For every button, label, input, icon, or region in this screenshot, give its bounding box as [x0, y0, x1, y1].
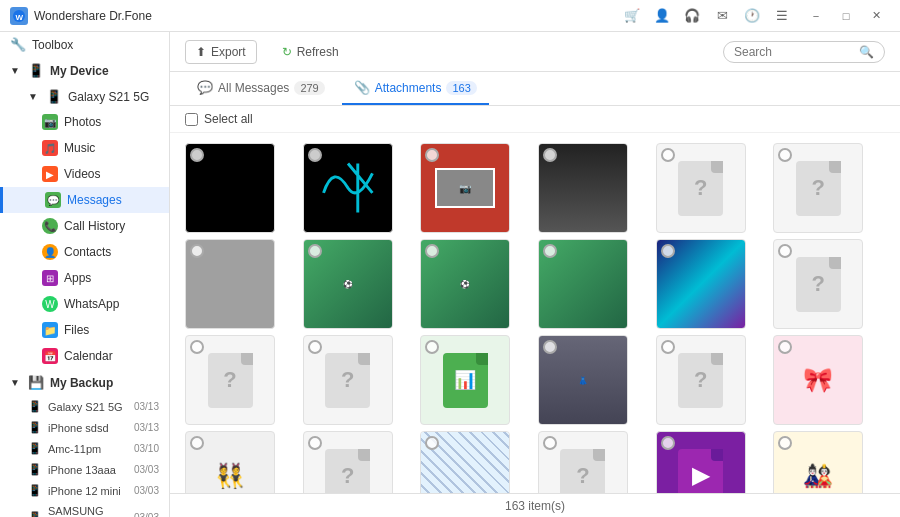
- toolbar: ⬆ Export ↻ Refresh 🔍: [170, 32, 900, 72]
- attachments-grid-area: 📷 ? ?: [170, 133, 900, 493]
- grid-item-13[interactable]: ?: [185, 335, 275, 425]
- history-icon[interactable]: 🕐: [742, 6, 762, 26]
- backup-item-iphone-sdsd[interactable]: 📱 iPhone sdsd 03/13: [0, 417, 169, 438]
- item-checkbox-8[interactable]: [308, 244, 322, 258]
- call-history-label: Call History: [64, 219, 125, 233]
- files-label: Files: [64, 323, 89, 337]
- refresh-icon: ↻: [282, 45, 292, 59]
- sidebar-item-toolbox[interactable]: 🔧 Toolbox: [0, 32, 169, 57]
- item-checkbox-7[interactable]: [190, 244, 204, 258]
- grid-item-12[interactable]: ?: [773, 239, 863, 329]
- grid-item-6[interactable]: ?: [773, 143, 863, 233]
- item-checkbox-17[interactable]: [661, 340, 675, 354]
- item-checkbox-13[interactable]: [190, 340, 204, 354]
- sidebar-item-galaxy[interactable]: ▼ 📱 Galaxy S21 5G: [0, 84, 169, 109]
- grid-item-10[interactable]: [538, 239, 628, 329]
- minimize-button[interactable]: −: [802, 5, 830, 27]
- grid-item-18[interactable]: 🎀: [773, 335, 863, 425]
- item-checkbox-23[interactable]: [661, 436, 675, 450]
- search-input[interactable]: [734, 45, 854, 59]
- grid-item-4[interactable]: [538, 143, 628, 233]
- sidebar-item-my-backup[interactable]: ▼ 💾 My Backup: [0, 369, 169, 396]
- export-button[interactable]: ⬆ Export: [185, 40, 257, 64]
- item-checkbox-16[interactable]: [543, 340, 557, 354]
- sidebar-item-videos[interactable]: ▶ Videos: [0, 161, 169, 187]
- collapse-icon: ▼: [10, 65, 20, 76]
- calendar-label: Calendar: [64, 349, 113, 363]
- item-checkbox-19[interactable]: [190, 436, 204, 450]
- grid-item-24[interactable]: 🎎: [773, 431, 863, 493]
- item-checkbox-5[interactable]: [661, 148, 675, 162]
- grid-item-22[interactable]: ?: [538, 431, 628, 493]
- whatsapp-label: WhatsApp: [64, 297, 119, 311]
- grid-item-21[interactable]: [420, 431, 510, 493]
- profile-icon[interactable]: 👤: [652, 6, 672, 26]
- grid-item-8[interactable]: ⚽: [303, 239, 393, 329]
- grid-item-7[interactable]: [185, 239, 275, 329]
- mail-icon[interactable]: ✉: [712, 6, 732, 26]
- grid-item-16[interactable]: 👗: [538, 335, 628, 425]
- content-area: ⬆ Export ↻ Refresh 🔍 💬 All Messages 279 …: [170, 32, 900, 517]
- tab-attachments[interactable]: 📎 Attachments 163: [342, 72, 489, 105]
- sidebar-item-messages[interactable]: 💬 Messages: [0, 187, 169, 213]
- backup-item-galaxy[interactable]: 📱 Galaxy S21 5G 03/13: [0, 396, 169, 417]
- grid-item-11[interactable]: [656, 239, 746, 329]
- backup-item-iphone13[interactable]: 📱 iPhone 13aaa 03/03: [0, 459, 169, 480]
- headset-icon[interactable]: 🎧: [682, 6, 702, 26]
- item-checkbox-22[interactable]: [543, 436, 557, 450]
- grid-item-17[interactable]: ?: [656, 335, 746, 425]
- all-messages-tab-icon: 💬: [197, 80, 213, 95]
- item-checkbox-14[interactable]: [308, 340, 322, 354]
- menu-icon[interactable]: ☰: [772, 6, 792, 26]
- grid-item-15[interactable]: 📊: [420, 335, 510, 425]
- item-checkbox-1[interactable]: [190, 148, 204, 162]
- attachments-count: 163: [446, 81, 476, 95]
- item-count: 163 item(s): [505, 499, 565, 513]
- sidebar-item-calendar[interactable]: 📅 Calendar: [0, 343, 169, 369]
- sidebar-item-call-history[interactable]: 📞 Call History: [0, 213, 169, 239]
- my-backup-label: My Backup: [50, 376, 113, 390]
- backup-item-samsung[interactable]: 📱 SAMSUNG SM... 03/03: [0, 501, 169, 517]
- item-checkbox-10[interactable]: [543, 244, 557, 258]
- grid-item-2[interactable]: [303, 143, 393, 233]
- grid-item-14[interactable]: ?: [303, 335, 393, 425]
- grid-item-20[interactable]: ?: [303, 431, 393, 493]
- contacts-label: Contacts: [64, 245, 111, 259]
- select-all-checkbox[interactable]: [185, 113, 198, 126]
- titlebar: W Wondershare Dr.Fone 🛒 👤 🎧 ✉ 🕐 ☰ − □ ✕: [0, 0, 900, 32]
- item-checkbox-11[interactable]: [661, 244, 675, 258]
- maximize-button[interactable]: □: [832, 5, 860, 27]
- select-all-label[interactable]: Select all: [185, 112, 253, 126]
- main-layout: 🔧 Toolbox ▼ 📱 My Device ▼ 📱 Galaxy S21 5…: [0, 32, 900, 517]
- music-label: Music: [64, 141, 95, 155]
- grid-item-3[interactable]: 📷: [420, 143, 510, 233]
- grid-item-19[interactable]: 👯: [185, 431, 275, 493]
- sidebar-item-my-device[interactable]: ▼ 📱 My Device: [0, 57, 169, 84]
- backup-item-amc[interactable]: 📱 Amc-11pm 03/10: [0, 438, 169, 459]
- all-messages-count: 279: [294, 81, 324, 95]
- grid-item-23[interactable]: ▶: [656, 431, 746, 493]
- export-icon: ⬆: [196, 45, 206, 59]
- collapse-backup-icon: ▼: [10, 377, 20, 388]
- sidebar-item-photos[interactable]: 📷 Photos: [0, 109, 169, 135]
- close-button[interactable]: ✕: [862, 5, 890, 27]
- backup-item-iphone12mini[interactable]: 📱 iPhone 12 mini 03/03: [0, 480, 169, 501]
- files-icon: 📁: [42, 322, 58, 338]
- videos-icon: ▶: [42, 166, 58, 182]
- tab-all-messages[interactable]: 💬 All Messages 279: [185, 72, 337, 105]
- item-checkbox-4[interactable]: [543, 148, 557, 162]
- refresh-button[interactable]: ↻ Refresh: [272, 41, 349, 63]
- grid-item-1[interactable]: [185, 143, 275, 233]
- grid-item-5[interactable]: ?: [656, 143, 746, 233]
- sidebar-item-whatsapp[interactable]: W WhatsApp: [0, 291, 169, 317]
- sidebar-item-files[interactable]: 📁 Files: [0, 317, 169, 343]
- item-checkbox-20[interactable]: [308, 436, 322, 450]
- grid-item-9[interactable]: ⚽: [420, 239, 510, 329]
- sidebar-item-apps[interactable]: ⊞ Apps: [0, 265, 169, 291]
- sidebar-item-contacts[interactable]: 👤 Contacts: [0, 239, 169, 265]
- titlebar-icons: 🛒 👤 🎧 ✉ 🕐 ☰: [622, 6, 792, 26]
- messages-icon: 💬: [45, 192, 61, 208]
- videos-label: Videos: [64, 167, 100, 181]
- sidebar-item-music[interactable]: 🎵 Music: [0, 135, 169, 161]
- cart-icon[interactable]: 🛒: [622, 6, 642, 26]
